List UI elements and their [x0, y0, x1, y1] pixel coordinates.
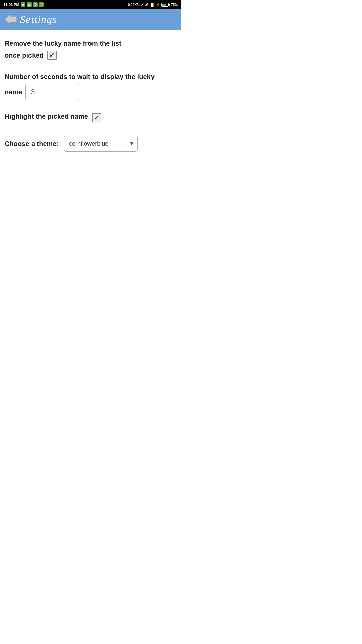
- theme-section: Choose a theme: cornflowerblue red green…: [5, 136, 176, 152]
- remove-name-checkbox-wrapper[interactable]: [47, 50, 57, 60]
- signal-icon: ▐▌: [150, 3, 155, 7]
- wait-seconds-input[interactable]: 3: [25, 84, 79, 100]
- settings-content: Remove the lucky name from the list once…: [0, 30, 181, 170]
- notification-icon-1: ◉: [21, 2, 25, 7]
- theme-select[interactable]: cornflowerblue red green orange purple: [64, 136, 138, 152]
- network-speed: 0.02K/s: [128, 3, 140, 7]
- highlight-name-row: Highlight the picked name: [5, 112, 176, 123]
- status-time: 11:06 PM: [3, 3, 19, 7]
- battery-percent: 75%: [171, 3, 178, 7]
- highlight-name-checkbox-wrapper[interactable]: [92, 113, 102, 123]
- remove-name-checkbox[interactable]: [47, 51, 57, 60]
- notification-icon-3: ✆: [33, 2, 38, 7]
- remove-name-section: Remove the lucky name from the list once…: [5, 39, 176, 60]
- back-button[interactable]: [5, 15, 17, 24]
- theme-label: Choose a theme:: [5, 140, 59, 148]
- highlight-name-checkbox[interactable]: [92, 113, 101, 122]
- svg-marker-0: [5, 15, 17, 24]
- wifi-icon: ⌘: [145, 3, 148, 7]
- remove-name-row: once picked: [5, 50, 176, 60]
- bluetooth-icon: ✗: [141, 3, 144, 7]
- wait-seconds-label-line2: name: [5, 88, 22, 96]
- bolt-icon: ⚡: [156, 3, 160, 7]
- wait-seconds-section: Number of seconds to wait to display the…: [5, 72, 176, 100]
- status-left: 11:06 PM ◉ ⊞ ✆ 😺: [3, 2, 44, 7]
- battery-indicator: [161, 3, 170, 7]
- theme-row: Choose a theme: cornflowerblue red green…: [5, 136, 176, 152]
- remove-name-label-line1: Remove the lucky name from the list: [5, 39, 176, 48]
- notification-icon-4: 😺: [39, 2, 44, 7]
- notification-icon-2: ⊞: [27, 2, 32, 7]
- highlight-name-section: Highlight the picked name: [5, 112, 176, 123]
- highlight-name-label: Highlight the picked name: [5, 112, 88, 121]
- status-bar: 11:06 PM ◉ ⊞ ✆ 😺 0.02K/s ✗ ⌘ ▐▌ ⚡ 75%: [0, 0, 181, 9]
- status-right: 0.02K/s ✗ ⌘ ▐▌ ⚡ 75%: [128, 3, 178, 7]
- wait-seconds-label-line1: Number of seconds to wait to display the…: [5, 72, 176, 81]
- wait-seconds-row: name 3: [5, 84, 176, 100]
- remove-name-label-line2: once picked: [5, 51, 44, 60]
- settings-header: Settings: [0, 9, 181, 30]
- theme-select-wrapper[interactable]: cornflowerblue red green orange purple ▼: [64, 136, 138, 152]
- page-title: Settings: [20, 13, 57, 26]
